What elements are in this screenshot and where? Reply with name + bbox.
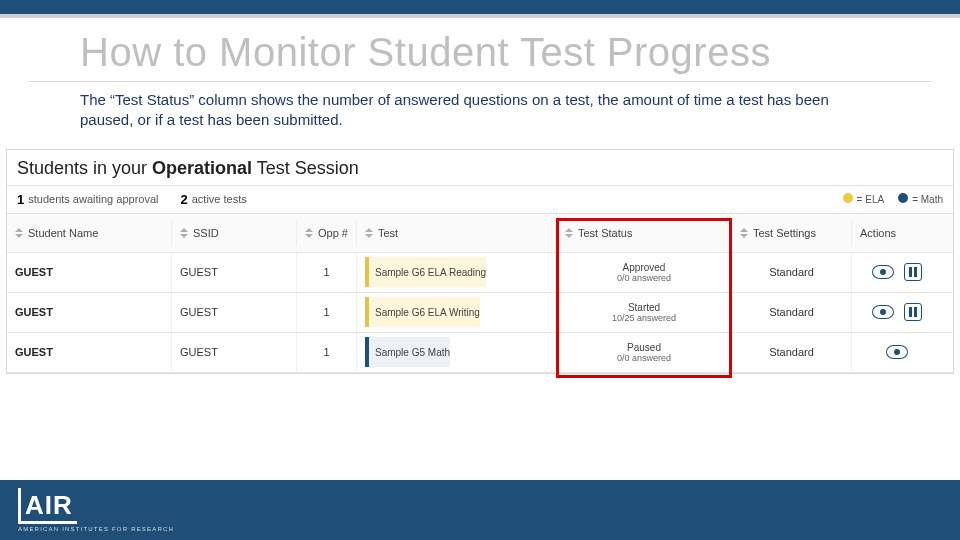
- cell-test-settings: Standard: [732, 333, 852, 372]
- session-title-bold: Operational: [152, 158, 252, 178]
- view-icon[interactable]: [872, 265, 894, 279]
- sort-icon: [15, 228, 23, 238]
- sort-icon: [365, 228, 373, 238]
- cell-ssid: GUEST: [172, 333, 297, 372]
- table-header-row: Student Name SSID Opp # Test Test Status…: [7, 214, 953, 253]
- sort-icon: [305, 228, 313, 238]
- active-tests-count: 2 active tests: [180, 192, 246, 207]
- summary-bar: 1 students awaiting approval 2 active te…: [7, 185, 953, 214]
- air-logo: AIR AMERICAN INSTITUTES FOR RESEARCH: [18, 488, 174, 532]
- cell-student-name: GUEST: [7, 293, 172, 332]
- table-row: GUESTGUEST1Sample G6 ELA ReadingApproved…: [7, 253, 953, 293]
- cell-test-settings: Standard: [732, 293, 852, 332]
- cell-actions: [852, 333, 942, 372]
- view-icon[interactable]: [872, 305, 894, 319]
- col-opp[interactable]: Opp #: [297, 220, 357, 246]
- session-title-prefix: Students in your: [17, 158, 152, 178]
- footer-bar: AIR AMERICAN INSTITUTES FOR RESEARCH: [0, 480, 960, 540]
- sort-icon: [740, 228, 748, 238]
- test-chip: Sample G5 Math: [365, 337, 450, 367]
- col-test-status[interactable]: Test Status: [557, 220, 732, 246]
- col-actions: Actions: [852, 220, 942, 246]
- session-table: Students in your Operational Test Sessio…: [6, 149, 954, 374]
- pause-icon[interactable]: [904, 303, 922, 321]
- cell-actions: [852, 253, 942, 292]
- cell-ssid: GUEST: [172, 253, 297, 292]
- col-test-settings[interactable]: Test Settings: [732, 220, 852, 246]
- page-title: How to Monitor Student Test Progress: [28, 18, 932, 82]
- cell-test-status: Approved0/0 answered: [557, 253, 732, 292]
- math-dot-icon: [898, 193, 908, 203]
- session-title: Students in your Operational Test Sessio…: [7, 150, 953, 185]
- sort-icon: [565, 228, 573, 238]
- air-logo-subtext: AMERICAN INSTITUTES FOR RESEARCH: [18, 526, 174, 532]
- legend: = ELA = Math: [843, 193, 943, 205]
- pause-icon[interactable]: [904, 263, 922, 281]
- awaiting-approval-count: 1 students awaiting approval: [17, 192, 158, 207]
- sort-icon: [180, 228, 188, 238]
- test-chip: Sample G6 ELA Reading: [365, 257, 486, 287]
- cell-ssid: GUEST: [172, 293, 297, 332]
- cell-test: Sample G6 ELA Writing: [357, 293, 557, 332]
- cell-opp: 1: [297, 253, 357, 292]
- test-chip: Sample G6 ELA Writing: [365, 297, 480, 327]
- cell-student-name: GUEST: [7, 333, 172, 372]
- cell-test-settings: Standard: [732, 253, 852, 292]
- cell-opp: 1: [297, 333, 357, 372]
- air-logo-mark: AIR: [18, 488, 77, 524]
- col-student-name[interactable]: Student Name: [7, 220, 172, 246]
- cell-test-status: Started10/25 answered: [557, 293, 732, 332]
- cell-actions: [852, 293, 942, 332]
- view-icon[interactable]: [886, 345, 908, 359]
- table-row: GUESTGUEST1Sample G6 ELA WritingStarted1…: [7, 293, 953, 333]
- col-test[interactable]: Test: [357, 220, 557, 246]
- col-ssid[interactable]: SSID: [172, 220, 297, 246]
- ela-dot-icon: [843, 193, 853, 203]
- cell-test: Sample G5 Math: [357, 333, 557, 372]
- top-brand-bar: [0, 0, 960, 18]
- cell-test: Sample G6 ELA Reading: [357, 253, 557, 292]
- page-subtitle: The “Test Status” column shows the numbe…: [0, 82, 960, 141]
- cell-student-name: GUEST: [7, 253, 172, 292]
- cell-test-status: Paused0/0 answered: [557, 333, 732, 372]
- table-row: GUESTGUEST1Sample G5 MathPaused0/0 answe…: [7, 333, 953, 373]
- session-title-suffix: Test Session: [252, 158, 359, 178]
- cell-opp: 1: [297, 293, 357, 332]
